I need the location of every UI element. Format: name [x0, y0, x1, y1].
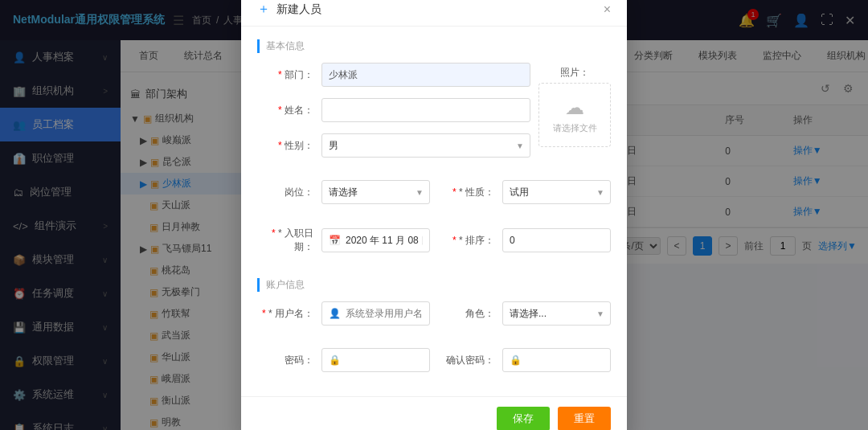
form-row-passwords: 密码： 🔒 确认密码： 🔒: [257, 348, 611, 383]
modal-footer: 保存 重置: [241, 396, 627, 430]
gender-select[interactable]: 男 女: [321, 133, 530, 158]
form-row-date-order: * 入职日期： 📅 * 排序：: [257, 227, 611, 265]
form-row-position-nature: 岗位： 请选择 ▼ * 性质：: [257, 180, 611, 215]
role-label: 角色：: [438, 307, 494, 321]
modal-close-btn[interactable]: ×: [604, 2, 611, 17]
dept-field: [321, 63, 530, 87]
password-label: 密码：: [257, 354, 313, 367]
reset-button[interactable]: 重置: [558, 407, 611, 430]
modal-body: 基本信息 部门： 姓名：: [241, 27, 627, 396]
confirm-password-label: 确认密码：: [438, 354, 494, 367]
name-input[interactable]: [321, 98, 530, 122]
gender-field: 男 女 ▼: [321, 133, 530, 158]
password-field: 🔒: [321, 348, 430, 372]
modal-new-employee: ＋ 新建人员 × 基本信息 部门： 姓名：: [241, 0, 627, 430]
lock2-icon: 🔒: [510, 354, 522, 366]
password-input[interactable]: [346, 354, 423, 366]
confirm-password-field: 🔒: [502, 348, 611, 372]
form-row-gender: 性别： 男 女 ▼: [257, 133, 530, 158]
form-row-order: * 排序：: [438, 227, 611, 254]
form-row-password: 密码： 🔒: [257, 348, 430, 372]
username-input[interactable]: [346, 308, 423, 319]
username-label: * 用户名：: [257, 307, 313, 321]
position-field: 请选择 ▼: [321, 180, 430, 204]
modal-add-icon: ＋: [257, 1, 270, 18]
form-row-dept: 部门：: [257, 63, 530, 87]
form-row-role: 角色： 请选择... ▼: [438, 301, 611, 326]
dept-input[interactable]: [321, 63, 530, 87]
nature-select[interactable]: 试用 正式 实习: [502, 180, 611, 204]
modal-header: ＋ 新建人员 ×: [241, 0, 627, 27]
position-label: 岗位：: [257, 186, 313, 199]
hire-date-field: 📅: [321, 228, 430, 252]
gender-label: 性别：: [257, 139, 313, 153]
name-field: [321, 98, 530, 122]
user-input-icon: 👤: [329, 308, 341, 319]
order-label: * 排序：: [438, 234, 494, 248]
photo-upload-text: 请选择文件: [553, 122, 597, 134]
form-row-position: 岗位： 请选择 ▼: [257, 180, 430, 204]
confirm-password-input[interactable]: [526, 354, 604, 366]
modal-title: ＋ 新建人员: [257, 1, 321, 18]
hire-date-label: * 入职日期：: [257, 227, 313, 254]
nature-label: * 性质：: [438, 186, 494, 199]
form-row-hire-date: * 入职日期： 📅: [257, 227, 430, 254]
form-row-nature: * 性质： 试用 正式 实习 ▼: [438, 180, 611, 204]
role-select[interactable]: 请选择...: [502, 301, 611, 326]
save-button[interactable]: 保存: [497, 407, 550, 430]
nature-field: 试用 正式 实习 ▼: [502, 180, 611, 204]
modal-overlay[interactable]: ＋ 新建人员 × 基本信息 部门： 姓名：: [0, 0, 868, 430]
order-field: [502, 228, 611, 252]
position-select[interactable]: 请选择: [321, 180, 430, 204]
photo-label: 照片：: [560, 66, 589, 80]
username-field: 👤: [321, 301, 430, 326]
role-field: 请选择... ▼: [502, 301, 611, 326]
section-account-title: 账户信息: [257, 278, 611, 292]
photo-upload[interactable]: ☁ 请选择文件: [538, 83, 611, 147]
hire-date-input[interactable]: [346, 235, 423, 246]
section-basic-title: 基本信息: [257, 39, 611, 53]
dept-label: 部门：: [257, 68, 313, 82]
lock-icon: 🔒: [329, 354, 341, 366]
form-row-username: * 用户名： 👤: [257, 301, 430, 326]
modal-title-text: 新建人员: [276, 2, 321, 17]
form-row-name: 姓名：: [257, 98, 530, 122]
form-row-confirm-password: 确认密码： 🔒: [438, 348, 611, 372]
calendar-icon: 📅: [329, 235, 341, 246]
upload-cloud-icon: ☁: [565, 96, 584, 119]
form-row-username-role: * 用户名： 👤 角色： 请选择...: [257, 301, 611, 337]
name-label: 姓名：: [257, 104, 313, 117]
order-input[interactable]: [502, 228, 611, 252]
